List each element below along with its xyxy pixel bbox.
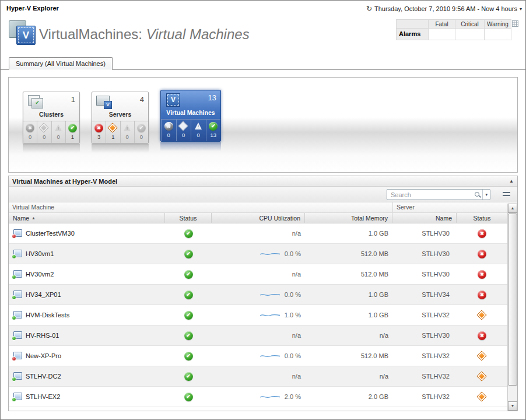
alarm-col-critical: Critical [455, 19, 485, 29]
vm-power-dot [12, 234, 16, 239]
vm-cpu-cell: 0.0 % [212, 285, 305, 304]
tab-summary-all-virtual-machines[interactable]: Summary (All Virtual Machines) [9, 57, 113, 70]
time-range-selector[interactable]: ↻ Thursday, October 7, 2010 9:56 AM - No… [366, 5, 522, 13]
virtual-machines-header-icon [9, 20, 37, 45]
alarm-count-fatal[interactable] [429, 29, 455, 40]
vm-name: HV-RHS-01 [26, 332, 59, 339]
tile-reflection [92, 144, 149, 153]
table-row[interactable]: HV34_XP01 0.0 % 1.0 GB STLHV34 [9, 285, 507, 305]
vm-cpu-cell: 0.0 % [212, 244, 305, 264]
tile-count: 13 [208, 93, 216, 102]
tile-reflection [23, 144, 80, 153]
vm-status-icon [184, 311, 193, 320]
vm-table-panel: Virtual Machines at Hyper-V Model ▲ Sear… [8, 176, 518, 411]
vm-status-icon [184, 372, 193, 381]
panel-header: Virtual Machines at Hyper-V Model ▲ [9, 176, 517, 187]
scroll-up-icon[interactable]: ▲ [508, 204, 517, 213]
vm-cpu-cell: 1.0 % [212, 305, 305, 325]
col-name[interactable]: Name ▲ [9, 213, 165, 223]
search-placeholder: Search [387, 191, 474, 198]
scrollbar-thumb[interactable] [508, 214, 517, 386]
vm-cpu-cell: n/a [212, 264, 305, 284]
group-server: Server [392, 202, 507, 212]
vm-status-cell [165, 264, 212, 284]
alarms-value-row: Alarms [396, 29, 518, 40]
warning-icon [123, 124, 132, 132]
critical-count: 0 [182, 132, 185, 138]
tile-label: Clusters [23, 111, 79, 121]
col-server-name[interactable]: Name [392, 213, 457, 223]
cpu-value: n/a [292, 332, 301, 339]
server-status-cell [457, 305, 507, 325]
cpu-value: 0.0 % [285, 291, 301, 298]
search-dropdown-icon[interactable]: ▾ [482, 190, 490, 200]
cpu-value: n/a [292, 230, 301, 237]
alarms-row-label: Alarms [396, 29, 429, 40]
search-icon[interactable] [474, 191, 482, 199]
table-row[interactable]: STLHV-EX2 2.0 % 2.0 GB STLHV32 [9, 387, 507, 407]
alarm-count-warning[interactable] [485, 29, 511, 40]
collapse-icon[interactable]: ▲ [509, 176, 514, 187]
grid-icon[interactable] [512, 20, 518, 27]
warning-icon [194, 122, 203, 131]
vm-name: ClusterTestVM30 [26, 230, 75, 237]
tile-status-row: 00013 [161, 119, 220, 141]
server-name-cell: STLHV34 [392, 285, 457, 304]
column-customizer-icon[interactable] [503, 191, 510, 198]
vm-memory-cell: 512.0 MB [305, 264, 392, 284]
table-row[interactable]: HV-RHS-01 n/a n/a STLHV30 [9, 326, 507, 346]
vm-icon [13, 250, 22, 258]
vm-status-cell [165, 285, 212, 304]
col-cpu-utilization[interactable]: CPU Utilization [212, 213, 305, 223]
server-status-icon [478, 250, 486, 258]
tile-clusters[interactable]: 1 Clusters 0001 [23, 92, 80, 144]
group-virtual-machine: Virtual Machine [9, 202, 392, 212]
col-server-status[interactable]: Status [457, 213, 507, 223]
table-row[interactable]: ClusterTestVM30 n/a 1.0 GB STLHV30 [9, 223, 507, 244]
cpu-value: n/a [292, 373, 301, 380]
table-row[interactable]: HV30vm1 0.0 % 512.0 MB STLHV30 [9, 244, 507, 264]
vm-icon [13, 311, 22, 320]
server-name-cell: STLHV32 [392, 305, 457, 325]
time-range-label: Thursday, October 7, 2010 9:56 AM - Now … [374, 5, 517, 12]
tile-servers[interactable]: 4 Servers 3100 [92, 92, 149, 144]
col-total-memory[interactable]: Total Memory [305, 213, 392, 223]
chevron-down-icon: ▾ [520, 6, 522, 12]
vm-name: HV30vm2 [26, 271, 54, 278]
vm-name: STLHV-DC2 [26, 373, 61, 380]
vm-icon-front-layer [16, 26, 36, 45]
vm-status-icon [184, 250, 193, 258]
table-column-header: Name ▲ Status CPU Utilization Total Memo… [9, 213, 507, 223]
vm-power-dot [12, 316, 16, 320]
table-row[interactable]: HVM-DiskTests 1.0 % 1.0 GB STLHV32 [9, 305, 507, 326]
server-status-icon [478, 352, 486, 360]
vm-status-cell [165, 305, 212, 325]
fatal-count: 3 [97, 134, 100, 140]
normal-status: 1 [65, 121, 79, 143]
warning-status: 0 [120, 121, 134, 143]
vm-memory-cell: 512.0 MB [305, 244, 392, 264]
alarm-count-critical[interactable] [455, 29, 485, 40]
vertical-scrollbar[interactable]: ▲ ▼ [507, 204, 517, 411]
sort-asc-icon: ▲ [31, 216, 36, 220]
search-input[interactable]: Search ▾ [387, 189, 490, 200]
scroll-down-icon[interactable]: ▼ [508, 401, 517, 411]
col-status[interactable]: Status [165, 213, 212, 223]
fatal-icon [94, 124, 103, 132]
table-row[interactable]: HV30vm2 n/a 512.0 MB STLHV30 [9, 264, 507, 285]
normal-count: 13 [210, 132, 216, 138]
fatal-status: 3 [92, 121, 106, 143]
cpu-sparkline [260, 250, 280, 258]
table-group-header: Virtual Machine Server [9, 202, 507, 213]
critical-icon [179, 122, 188, 131]
vm-memory-cell: n/a [305, 326, 392, 345]
normal-icon [68, 124, 77, 132]
tile-count: 4 [140, 95, 144, 104]
vm-name-cell: New-XP-Pro [9, 346, 165, 366]
vm-name-cell: HV34_XP01 [9, 285, 165, 304]
table-toolbar: Search ▾ [9, 187, 517, 202]
table-row[interactable]: New-XP-Pro 0.0 % 512.0 MB STLHV32 [9, 346, 507, 366]
server-status-icon [478, 311, 486, 320]
table-row[interactable]: STLHV-DC2 n/a n/a STLHV32 [9, 366, 507, 387]
tile-virtual-machines[interactable]: 13 Virtual Machines 00013 [160, 90, 221, 142]
